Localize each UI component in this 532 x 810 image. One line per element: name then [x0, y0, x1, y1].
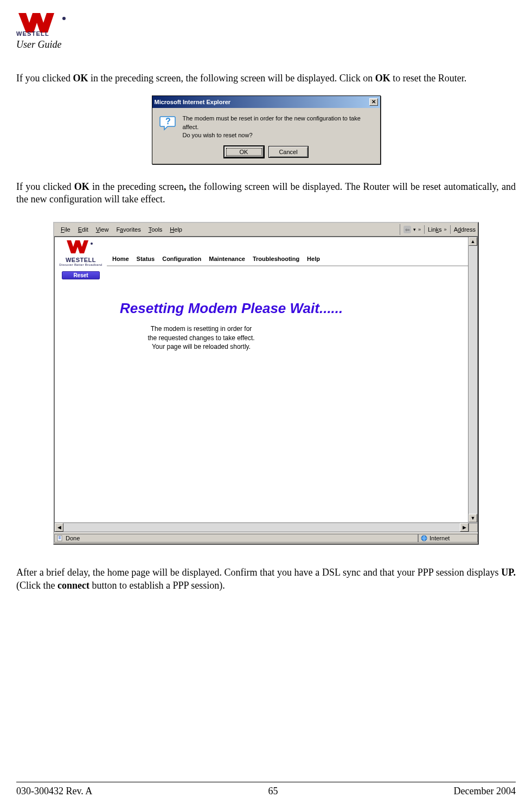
body-paragraph-3: After a brief delay, the home page will …	[16, 566, 516, 592]
reset-message: The modem is resetting in order for the …	[107, 324, 283, 351]
text-bold: connect	[57, 580, 89, 591]
cancel-button[interactable]: Cancel	[269, 146, 308, 157]
text: in the preceding screen	[89, 181, 184, 192]
vertical-scrollbar[interactable]: ▲ ▼	[468, 237, 477, 522]
footer-row: 030-300432 Rev. A 65 December 2004	[16, 786, 516, 797]
scroll-up-icon[interactable]: ▲	[469, 237, 477, 246]
scroll-left-icon[interactable]: ◀	[55, 523, 63, 532]
browser-statusbar: Done Internet	[54, 532, 478, 544]
westell-sidebar-logo	[55, 239, 107, 256]
back-button-icon[interactable]: ⇦	[403, 226, 411, 233]
statusbar-left-pane: Done	[54, 534, 418, 543]
body-paragraph-1: If you clicked OK in the preceding scree…	[16, 72, 516, 85]
text-bold: OK	[73, 73, 88, 84]
reset-msg-line1: The modem is resetting in order for	[151, 325, 252, 333]
text: (Click the	[16, 580, 57, 591]
router-sidebar: WESTELL Discover Better Broadband Reset	[55, 237, 107, 532]
dialog-message: The modem must be reset in order for the…	[183, 114, 374, 139]
menu-tools[interactable]: Tools	[145, 225, 166, 234]
text: to reset the Router.	[390, 73, 466, 84]
browser-content-area: WESTELL Discover Better Broadband Reset …	[54, 237, 478, 532]
tab-status[interactable]: Status	[137, 256, 155, 262]
menu-favorites[interactable]: Favorites	[113, 225, 144, 234]
sidebar-reset-button[interactable]: Reset	[62, 271, 99, 279]
router-main-pane: Home Status Configuration Maintenance Tr…	[107, 237, 477, 532]
text: If you clicked	[16, 73, 73, 84]
reset-heading: Resetting Modem Please Wait......	[107, 266, 477, 324]
tab-maintenance[interactable]: Maintenance	[209, 256, 245, 262]
dialog-message-line1: The modem must be reset in order for the…	[183, 115, 361, 130]
footer-separator	[16, 782, 516, 782]
menu-file[interactable]: File	[57, 225, 74, 234]
browser-window-container: File Edit View Favorites Tools Help ⇦ ▾ …	[16, 222, 516, 545]
document-page: WESTELL User Guide If you clicked OK in …	[0, 0, 532, 810]
toolbar-links-label[interactable]: Links	[428, 226, 442, 233]
dialog-title: Microsoft Internet Explorer	[155, 99, 231, 105]
close-icon[interactable]: ✕	[369, 98, 378, 106]
reset-msg-line2: the requested changes to take effect.	[148, 334, 254, 342]
svg-point-2	[91, 243, 93, 245]
ie-confirm-dialog: Microsoft Internet Explorer ✕ ? The mode…	[152, 95, 381, 164]
menu-help[interactable]: Help	[166, 225, 185, 234]
dialog-container-1: Microsoft Internet Explorer ✕ ? The mode…	[16, 95, 516, 164]
toolbar-separator	[424, 225, 425, 234]
toolbar-separator	[450, 225, 451, 234]
tab-configuration[interactable]: Configuration	[162, 256, 201, 262]
footer-doc-number: 030-300432 Rev. A	[16, 786, 92, 797]
dialog-body: ? The modem must be reset in order for t…	[152, 108, 380, 144]
page-footer: 030-300432 Rev. A 65 December 2004	[16, 777, 516, 797]
tab-help[interactable]: Help	[307, 256, 320, 262]
text: After a brief delay, the home page will …	[16, 567, 501, 578]
statusbar-zone-text: Internet	[430, 535, 450, 541]
toolbar-right: ⇦ ▾ » Links » Address	[400, 224, 478, 235]
text-bold: OK	[375, 73, 390, 84]
horizontal-scrollbar[interactable]: ◀ ▶	[55, 522, 469, 532]
reset-msg-line3: Your page will be reloaded shortly.	[152, 343, 251, 350]
menu-view[interactable]: View	[93, 225, 112, 234]
tab-home[interactable]: Home	[112, 256, 129, 262]
statusbar-done-text: Done	[66, 535, 80, 541]
svg-point-0	[62, 17, 66, 20]
sidebar-tagline: Discover Better Broadband	[55, 263, 107, 266]
statusbar-right-pane: Internet	[418, 534, 478, 543]
close-glyph: ✕	[371, 99, 376, 105]
page-icon	[57, 535, 63, 541]
text: in the preceding screen, the following s…	[88, 73, 375, 84]
text: button to establish a PPP session).	[89, 580, 225, 591]
menu-edit[interactable]: Edit	[75, 225, 92, 234]
text-bold: UP.	[501, 567, 516, 578]
user-guide-title: User Guide	[16, 39, 516, 50]
browser-window: File Edit View Favorites Tools Help ⇦ ▾ …	[53, 222, 479, 545]
browser-menubar: File Edit View Favorites Tools Help ⇦ ▾ …	[54, 223, 478, 237]
footer-date: December 2004	[454, 786, 516, 797]
internet-zone-icon	[421, 535, 427, 541]
menubar-left: File Edit View Favorites Tools Help	[54, 225, 189, 234]
scroll-right-icon[interactable]: ▶	[460, 523, 469, 532]
westell-brand-text: WESTELL	[16, 30, 49, 37]
text-bold: OK	[74, 181, 89, 192]
dialog-button-row: OK Cancel	[152, 144, 380, 164]
dialog-message-line2: Do you wish to reset now?	[183, 132, 253, 138]
question-icon: ?	[159, 114, 176, 132]
footer-page-number: 65	[268, 786, 278, 797]
sidebar-brand-text: WESTELL	[55, 257, 107, 263]
toolbar-address-label[interactable]: Address	[454, 226, 476, 233]
chevrons-icon[interactable]: »	[444, 227, 447, 232]
ok-button[interactable]: OK	[225, 146, 264, 157]
scroll-corner	[469, 523, 477, 532]
tab-troubleshooting[interactable]: Troubleshooting	[253, 256, 299, 262]
svg-text:?: ?	[165, 117, 171, 126]
westell-header-logo: WESTELL	[16, 11, 516, 37]
scroll-down-icon[interactable]: ▼	[469, 514, 477, 522]
text: If you clicked	[16, 181, 74, 192]
dropdown-icon[interactable]: ▾	[413, 227, 416, 232]
dialog-titlebar: Microsoft Internet Explorer ✕	[152, 96, 380, 108]
router-nav-tabs: Home Status Configuration Maintenance Tr…	[107, 253, 477, 266]
body-paragraph-2: If you clicked OK in the preceding scree…	[16, 181, 516, 206]
chevrons-icon[interactable]: »	[418, 227, 421, 232]
